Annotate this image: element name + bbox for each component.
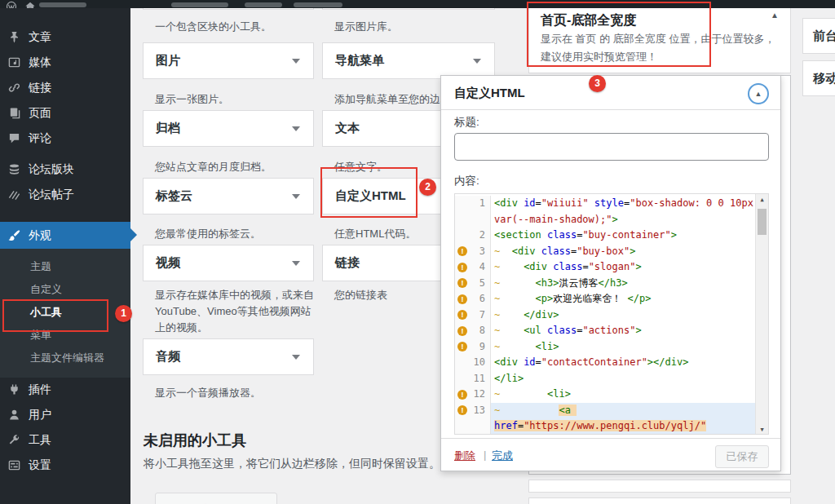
code-line[interactable]: !13~ <a [455, 403, 757, 419]
widget-title: 标签云 [156, 188, 192, 204]
code-line[interactable]: 11</li> [455, 371, 757, 387]
link-divider: | [484, 449, 486, 461]
menu-item-用户[interactable]: 用户 [0, 402, 130, 427]
sidebar-widget-partial[interactable] [528, 480, 791, 493]
code-line[interactable]: !9~ <li> [455, 339, 757, 356]
menu-item-文章[interactable]: 文章 [0, 24, 130, 50]
done-link[interactable]: 完成 [492, 449, 513, 463]
sidebar-widget-partial[interactable] [528, 497, 791, 504]
widget-box-导航菜单[interactable]: 导航菜单 [322, 42, 495, 79]
forum-icon [8, 163, 20, 175]
inactive-widgets-title: 未启用的小工具 [144, 431, 246, 450]
line-number-gutter: !13 [455, 403, 491, 419]
menu-item-论坛帖子[interactable]: 论坛帖子 [0, 182, 130, 207]
widget-description: 您站点文章的月度归档。 [155, 159, 315, 175]
menu-item-label: 设置 [29, 458, 51, 473]
collapse-arrow-icon[interactable]: ▲ [771, 11, 779, 20]
widget-description: 显示图片库。 [334, 20, 398, 34]
sidebar-section-移动[interactable]: 移动 [802, 60, 835, 96]
home-icon[interactable] [24, 1, 36, 8]
menu-item-appearance[interactable]: 外观 [0, 222, 130, 249]
menu-item-label: 页面 [29, 106, 51, 121]
code-editor[interactable]: 1<div id="wiiuii" style="box-shadow: 0 0… [454, 193, 769, 435]
widget-box-音频[interactable]: 音频 [143, 338, 314, 375]
widget-panel-header[interactable]: 自定义HTML ▲ [441, 76, 780, 110]
code-line[interactable]: !6~ <p>欢迎光临寒舍！ </p> [455, 291, 757, 307]
menu-item-论坛版块[interactable]: 论坛版块 [0, 157, 130, 182]
menu-item-评论[interactable]: 评论 [0, 126, 130, 151]
menu-item-label: 论坛版块 [29, 162, 74, 177]
line-number-gutter: !4 [455, 259, 491, 276]
line-number-gutter: 2 [455, 228, 491, 244]
collapse-toggle-button[interactable]: ▲ [748, 83, 769, 104]
plugin-icon [8, 383, 20, 396]
annotation-badge-1: 1 [115, 305, 132, 322]
editor-scrollbar[interactable]: ▲ ▼ [755, 194, 768, 435]
submenu-item-小工具[interactable]: 小工具 [0, 301, 130, 324]
code-line[interactable]: !4~ <div class="slogan"> [455, 259, 757, 276]
widget-title: 音频 [156, 349, 180, 365]
line-number-gutter: !6 [455, 291, 491, 307]
sidebar-section-home-bottom: 首页-底部全宽度 ▲ 显示在 首页 的 底部全宽度 位置，由于位置较多， 建议使… [528, 7, 791, 73]
code-line[interactable]: !3~ <div class="buy-box"> [455, 244, 757, 260]
widget-box-图片[interactable]: 图片 [143, 42, 314, 79]
line-number-gutter: 10 [455, 355, 491, 371]
chevron-down-icon [292, 261, 300, 266]
code-line[interactable]: !5~ <h3>淇云博客</h3> [455, 276, 757, 292]
submenu-item-主题[interactable]: 主题 [0, 255, 130, 278]
scroll-down-icon[interactable]: ▼ [756, 424, 768, 435]
media-icon [8, 56, 20, 69]
menu-item-工具[interactable]: 工具 [0, 427, 130, 453]
clear-inactive-widgets-button[interactable]: 清理未启用的小工具 [155, 493, 277, 504]
line-number-gutter: !3 [455, 244, 491, 260]
code-line[interactable]: 2<section class="buy-container"> [455, 228, 757, 244]
widget-description: 您最常使用的标签云。 [155, 226, 315, 242]
widget-panel-title: 自定义HTML [454, 86, 525, 101]
submenu-item-主题文件编辑器[interactable]: 主题文件编辑器 [0, 347, 130, 369]
menu-item-媒体[interactable]: 媒体 [0, 50, 130, 75]
widget-title-input[interactable] [454, 133, 769, 161]
scrollbar-thumb[interactable] [758, 209, 767, 235]
code-line[interactable]: !7~ </div> [455, 307, 757, 324]
line-number-gutter: !8 [455, 323, 491, 339]
widget-box-标签云[interactable]: 标签云 [143, 178, 314, 214]
code-line[interactable]: href="https://www.pengqi.club/yqlj/" [455, 418, 757, 435]
sidebar-section-label: 前台 [813, 29, 835, 44]
code-line[interactable]: var(--main-shadow);"> [455, 212, 757, 228]
menu-item-设置[interactable]: 设置 [0, 453, 130, 478]
menu-item-链接[interactable]: 链接 [0, 75, 130, 100]
code-line[interactable]: !8~ <ul class="actions"> [455, 323, 757, 339]
delete-widget-link[interactable]: 删除 [454, 449, 475, 463]
line-number-gutter: !7 [455, 307, 491, 324]
scroll-up-icon[interactable]: ▲ [756, 194, 768, 206]
submenu-item-自定义[interactable]: 自定义 [0, 278, 130, 301]
wordpress-logo-icon[interactable] [6, 1, 17, 8]
code-line[interactable]: 10<div id="contactContainer"></div> [455, 355, 757, 371]
widget-box-归档[interactable]: 归档 [143, 110, 314, 147]
comments-icon [8, 132, 20, 144]
line-number-gutter [455, 435, 491, 435]
line-number-gutter: 11 [455, 371, 491, 387]
chevron-down-icon [292, 355, 300, 360]
code-line[interactable]: 1<div id="wiiuii" style="box-shadow: 0 0… [455, 196, 757, 212]
admin-bar-text-smudge [39, 2, 86, 7]
submenu-item-菜单[interactable]: 菜单 [0, 324, 130, 347]
widget-box-视频[interactable]: 视频 [143, 245, 314, 281]
saved-button[interactable]: 已保存 [715, 445, 769, 468]
menu-item-插件[interactable]: 插件 [0, 377, 130, 402]
line-number-gutter: !9 [455, 339, 491, 356]
code-line[interactable] [455, 435, 757, 435]
code-line[interactable]: !12~ <li> [455, 387, 757, 403]
tools-icon [8, 434, 20, 446]
wordpress-widgets-screen: 文章媒体链接页面评论 论坛版块论坛帖子 外观 主题自定义小工具菜单主题文件编辑器… [0, 0, 835, 504]
widget-title: 链接 [335, 255, 360, 271]
menu-item-label: 文章 [29, 30, 51, 45]
warning-icon: ! [457, 246, 467, 256]
menu-item-label: 媒体 [29, 55, 51, 70]
inactive-widgets-description: 将小工具拖至这里，将它们从边栏移除，但同时保留设置。 [144, 457, 440, 471]
line-number-gutter [455, 212, 491, 228]
sidebar-section-前台[interactable]: 前台 [802, 18, 835, 54]
menu-item-页面[interactable]: 页面 [0, 100, 130, 126]
menu-item-label: 链接 [29, 81, 51, 95]
line-number-gutter: !5 [455, 276, 491, 292]
